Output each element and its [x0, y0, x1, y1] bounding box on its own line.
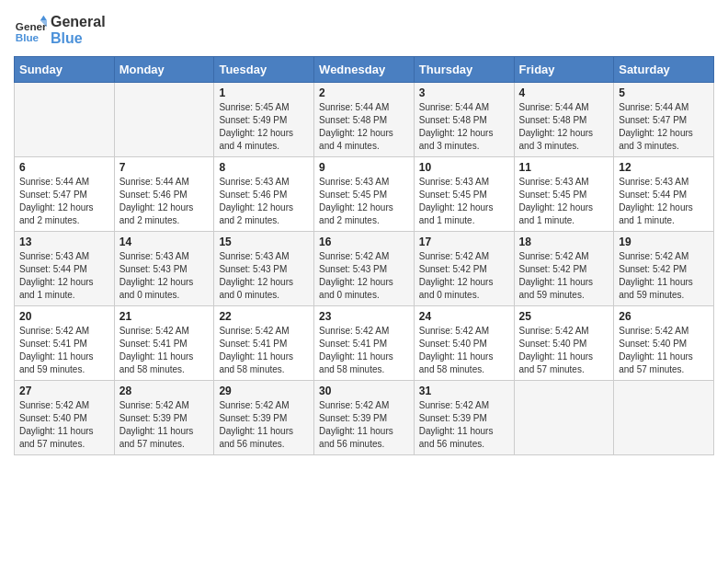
- header-wednesday: Wednesday: [314, 57, 415, 83]
- header-monday: Monday: [114, 57, 214, 83]
- day-info: Sunrise: 5:42 AM Sunset: 5:40 PM Dayligh…: [519, 325, 609, 376]
- day-number: 18: [519, 236, 609, 248]
- header-saturday: Saturday: [614, 57, 714, 83]
- calendar-cell: 27Sunrise: 5:42 AM Sunset: 5:40 PM Dayli…: [15, 381, 115, 455]
- calendar-cell: 25Sunrise: 5:42 AM Sunset: 5:40 PM Dayli…: [514, 306, 614, 381]
- calendar-cell: 13Sunrise: 5:43 AM Sunset: 5:44 PM Dayli…: [15, 232, 115, 306]
- day-info: Sunrise: 5:42 AM Sunset: 5:40 PM Dayligh…: [19, 399, 109, 451]
- day-info: Sunrise: 5:42 AM Sunset: 5:43 PM Dayligh…: [319, 250, 409, 302]
- day-info: Sunrise: 5:42 AM Sunset: 5:41 PM Dayligh…: [319, 325, 409, 376]
- day-number: 1: [219, 86, 309, 99]
- day-number: 31: [419, 385, 509, 397]
- day-number: 14: [119, 236, 210, 248]
- header-tuesday: Tuesday: [214, 57, 314, 83]
- day-info: Sunrise: 5:42 AM Sunset: 5:39 PM Dayligh…: [219, 399, 309, 451]
- week-row-3: 13Sunrise: 5:43 AM Sunset: 5:44 PM Dayli…: [15, 232, 714, 306]
- day-number: 11: [519, 161, 609, 174]
- calendar-body: 1Sunrise: 5:45 AM Sunset: 5:49 PM Daylig…: [15, 83, 714, 455]
- calendar-cell: 7Sunrise: 5:44 AM Sunset: 5:46 PM Daylig…: [114, 157, 214, 232]
- logo-text-blue: Blue: [51, 30, 106, 47]
- calendar-cell: 4Sunrise: 5:44 AM Sunset: 5:48 PM Daylig…: [514, 83, 614, 157]
- svg-marker-2: [40, 16, 47, 20]
- day-number: 5: [619, 86, 709, 99]
- day-info: Sunrise: 5:42 AM Sunset: 5:39 PM Dayligh…: [119, 399, 210, 451]
- week-row-2: 6Sunrise: 5:44 AM Sunset: 5:47 PM Daylig…: [15, 157, 714, 232]
- logo: General Blue General Blue: [14, 14, 106, 47]
- calendar-header: SundayMondayTuesdayWednesdayThursdayFrid…: [15, 57, 714, 83]
- header-friday: Friday: [514, 57, 614, 83]
- day-info: Sunrise: 5:43 AM Sunset: 5:43 PM Dayligh…: [219, 250, 309, 302]
- day-info: Sunrise: 5:44 AM Sunset: 5:46 PM Dayligh…: [119, 176, 210, 227]
- day-number: 2: [319, 86, 409, 99]
- day-info: Sunrise: 5:42 AM Sunset: 5:39 PM Dayligh…: [319, 399, 409, 451]
- day-number: 8: [219, 161, 309, 174]
- day-info: Sunrise: 5:44 AM Sunset: 5:47 PM Dayligh…: [19, 176, 109, 227]
- calendar-cell: [514, 381, 614, 455]
- day-number: 4: [519, 86, 609, 99]
- calendar-cell: 19Sunrise: 5:42 AM Sunset: 5:42 PM Dayli…: [614, 232, 714, 306]
- day-info: Sunrise: 5:42 AM Sunset: 5:42 PM Dayligh…: [419, 250, 509, 302]
- day-info: Sunrise: 5:43 AM Sunset: 5:45 PM Dayligh…: [319, 176, 409, 227]
- day-info: Sunrise: 5:42 AM Sunset: 5:40 PM Dayligh…: [619, 325, 709, 376]
- calendar-cell: 31Sunrise: 5:42 AM Sunset: 5:39 PM Dayli…: [414, 381, 514, 455]
- calendar-cell: 10Sunrise: 5:43 AM Sunset: 5:45 PM Dayli…: [414, 157, 514, 232]
- calendar-table: SundayMondayTuesdayWednesdayThursdayFrid…: [14, 56, 714, 455]
- calendar-cell: [15, 83, 115, 157]
- day-number: 21: [119, 310, 210, 323]
- calendar-cell: 22Sunrise: 5:42 AM Sunset: 5:41 PM Dayli…: [214, 306, 314, 381]
- day-number: 23: [319, 310, 409, 323]
- calendar-cell: 24Sunrise: 5:42 AM Sunset: 5:40 PM Dayli…: [414, 306, 514, 381]
- calendar-cell: 29Sunrise: 5:42 AM Sunset: 5:39 PM Dayli…: [214, 381, 314, 455]
- day-info: Sunrise: 5:44 AM Sunset: 5:48 PM Dayligh…: [419, 101, 509, 153]
- day-number: 25: [519, 310, 609, 323]
- day-info: Sunrise: 5:44 AM Sunset: 5:48 PM Dayligh…: [519, 101, 609, 153]
- day-number: 27: [19, 385, 109, 397]
- day-info: Sunrise: 5:42 AM Sunset: 5:39 PM Dayligh…: [419, 399, 509, 451]
- week-row-4: 20Sunrise: 5:42 AM Sunset: 5:41 PM Dayli…: [15, 306, 714, 381]
- calendar-cell: 16Sunrise: 5:42 AM Sunset: 5:43 PM Dayli…: [314, 232, 415, 306]
- page-header: General Blue General Blue: [14, 14, 714, 47]
- day-info: Sunrise: 5:43 AM Sunset: 5:44 PM Dayligh…: [619, 176, 709, 227]
- day-info: Sunrise: 5:42 AM Sunset: 5:42 PM Dayligh…: [619, 250, 709, 302]
- header-sunday: Sunday: [15, 57, 115, 83]
- day-info: Sunrise: 5:43 AM Sunset: 5:43 PM Dayligh…: [119, 250, 210, 302]
- day-number: 10: [419, 161, 509, 174]
- day-number: 24: [419, 310, 509, 323]
- calendar-cell: 11Sunrise: 5:43 AM Sunset: 5:45 PM Dayli…: [514, 157, 614, 232]
- calendar-cell: 30Sunrise: 5:42 AM Sunset: 5:39 PM Dayli…: [314, 381, 415, 455]
- day-number: 16: [319, 236, 409, 248]
- calendar-cell: 18Sunrise: 5:42 AM Sunset: 5:42 PM Dayli…: [514, 232, 614, 306]
- calendar-cell: 1Sunrise: 5:45 AM Sunset: 5:49 PM Daylig…: [214, 83, 314, 157]
- logo-icon: General Blue: [14, 14, 47, 47]
- day-number: 20: [19, 310, 109, 323]
- day-number: 12: [619, 161, 709, 174]
- day-number: 30: [319, 385, 409, 397]
- calendar-cell: 2Sunrise: 5:44 AM Sunset: 5:48 PM Daylig…: [314, 83, 415, 157]
- calendar-cell: 20Sunrise: 5:42 AM Sunset: 5:41 PM Dayli…: [15, 306, 115, 381]
- day-info: Sunrise: 5:42 AM Sunset: 5:41 PM Dayligh…: [19, 325, 109, 376]
- day-number: 19: [619, 236, 709, 248]
- calendar-cell: 3Sunrise: 5:44 AM Sunset: 5:48 PM Daylig…: [414, 83, 514, 157]
- day-info: Sunrise: 5:42 AM Sunset: 5:40 PM Dayligh…: [419, 325, 509, 376]
- day-number: 22: [219, 310, 309, 323]
- calendar-cell: [114, 83, 214, 157]
- calendar-cell: 26Sunrise: 5:42 AM Sunset: 5:40 PM Dayli…: [614, 306, 714, 381]
- day-number: 28: [119, 385, 210, 397]
- calendar-cell: 5Sunrise: 5:44 AM Sunset: 5:47 PM Daylig…: [614, 83, 714, 157]
- day-info: Sunrise: 5:43 AM Sunset: 5:44 PM Dayligh…: [19, 250, 109, 302]
- day-info: Sunrise: 5:43 AM Sunset: 5:46 PM Dayligh…: [219, 176, 309, 227]
- calendar-cell: 21Sunrise: 5:42 AM Sunset: 5:41 PM Dayli…: [114, 306, 214, 381]
- day-number: 15: [219, 236, 309, 248]
- day-number: 26: [619, 310, 709, 323]
- calendar-cell: 8Sunrise: 5:43 AM Sunset: 5:46 PM Daylig…: [214, 157, 314, 232]
- day-info: Sunrise: 5:44 AM Sunset: 5:47 PM Dayligh…: [619, 101, 709, 153]
- calendar-cell: 28Sunrise: 5:42 AM Sunset: 5:39 PM Dayli…: [114, 381, 214, 455]
- day-number: 13: [19, 236, 109, 248]
- day-info: Sunrise: 5:43 AM Sunset: 5:45 PM Dayligh…: [419, 176, 509, 227]
- calendar-cell: 12Sunrise: 5:43 AM Sunset: 5:44 PM Dayli…: [614, 157, 714, 232]
- day-number: 29: [219, 385, 309, 397]
- day-info: Sunrise: 5:43 AM Sunset: 5:45 PM Dayligh…: [519, 176, 609, 227]
- calendar-cell: 17Sunrise: 5:42 AM Sunset: 5:42 PM Dayli…: [414, 232, 514, 306]
- day-info: Sunrise: 5:42 AM Sunset: 5:42 PM Dayligh…: [519, 250, 609, 302]
- calendar-cell: 14Sunrise: 5:43 AM Sunset: 5:43 PM Dayli…: [114, 232, 214, 306]
